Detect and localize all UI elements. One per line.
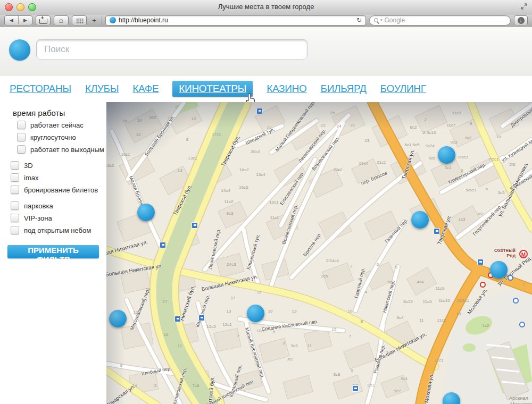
house-number: 6	[377, 262, 379, 267]
metro-station-label: ОхотныйРяд	[494, 248, 516, 258]
house-number: 11	[231, 296, 235, 300]
reload-icon[interactable]: ↻	[356, 16, 362, 24]
map-pin-0[interactable]	[137, 204, 155, 221]
fullscreen-icon[interactable]	[520, 3, 528, 10]
house-number: 6	[486, 187, 488, 191]
downloads-button[interactable]: ↓	[514, 15, 528, 26]
house-number: 5	[351, 368, 353, 373]
nav-tab-4[interactable]: КАЗИНО	[267, 83, 306, 95]
browser-toolbar: ◀ ▶ ⌂ + http://bluepoint.ru ↻ ▾ Google ↓	[0, 14, 532, 27]
house-number: 15	[332, 327, 337, 332]
map-canvas[interactable]: Большая Бронная ул.Малая БроннаяТверской…	[106, 102, 532, 404]
site-logo[interactable]	[9, 39, 30, 61]
map-pin-4[interactable]	[109, 310, 127, 327]
house-number: 11с5	[423, 299, 432, 304]
house-number: 9	[120, 363, 122, 368]
url-field[interactable]: http://bluepoint.ru ↻	[105, 15, 366, 26]
apply-filter-button[interactable]: ПРИМЕНИТЬ ФИЛЬТР	[7, 245, 99, 258]
checkbox[interactable]	[17, 145, 26, 154]
forward-icon[interactable]: ▶	[19, 16, 32, 24]
house-number: 2/14с4	[326, 258, 339, 263]
checkbox[interactable]	[11, 201, 19, 210]
house-number: 3с8	[334, 372, 340, 377]
bus-stop-icon	[434, 228, 440, 234]
filter-option-2-2[interactable]: под открытым небом	[11, 226, 106, 234]
grid-icon	[76, 18, 84, 23]
back-icon[interactable]: ◀	[5, 16, 19, 24]
filter-option-1-2[interactable]: бронирование билетов	[11, 186, 106, 194]
chevron-down-icon[interactable]: ▾	[380, 18, 383, 22]
filter-option-0-1[interactable]: круглосуточно	[17, 133, 106, 141]
nav-tab-6[interactable]: БОУЛИНГ	[380, 83, 426, 95]
home-button[interactable]: ⌂	[54, 15, 69, 26]
house-number: 11с1	[435, 358, 444, 363]
house-number: 14	[137, 118, 142, 123]
filter-option-1-1[interactable]: imax	[11, 173, 106, 182]
house-number: 10с1	[121, 152, 130, 157]
checkbox[interactable]	[11, 173, 19, 182]
nav-tab-5[interactable]: БИЛЬЯРД	[321, 83, 367, 95]
house-number: 4с4	[417, 280, 424, 284]
zoom-window-button[interactable]	[28, 3, 36, 11]
house-number: 15	[257, 290, 262, 294]
transit-stop-icon	[513, 298, 519, 304]
house-number: 2-4с15	[423, 130, 436, 135]
nav-tab-3[interactable]: КИНОТЕАТРЫ	[172, 81, 253, 97]
filter-option-0-0[interactable]: работает сейчас	[17, 121, 106, 129]
site-search-input[interactable]	[36, 39, 307, 60]
house-number: 16	[123, 119, 128, 123]
house-number: 20с2	[251, 149, 260, 154]
checkbox[interactable]	[17, 133, 26, 141]
house-number: 2с5	[321, 274, 328, 279]
checkbox[interactable]	[11, 161, 19, 170]
nav-tab-2[interactable]: КАФЕ	[132, 83, 159, 95]
filter-group-2: парковкаVIP-зонапод открытым небом	[0, 201, 106, 234]
house-number: 7/5с3	[458, 155, 468, 159]
nav-tab-0[interactable]: РЕСТОРАНЫ	[10, 83, 71, 95]
filter-option-1-0[interactable]: 3D	[11, 161, 106, 170]
checkbox[interactable]	[11, 186, 19, 194]
add-bookmark-button[interactable]	[36, 15, 51, 26]
house-number: 13с1	[188, 156, 197, 161]
house-number: 3с2	[477, 212, 484, 216]
bus-stop-icon	[256, 108, 263, 114]
filter-option-2-1[interactable]: VIP-зона	[11, 214, 106, 222]
filter-option-label: под открытым небом	[24, 226, 91, 234]
minimize-window-button[interactable]	[16, 3, 24, 11]
new-tab-button[interactable]: +	[90, 16, 98, 25]
house-number: 3с1	[445, 165, 452, 170]
bus-stop-icon	[174, 316, 181, 322]
metro-icon: М	[519, 250, 528, 258]
map-pin-3[interactable]	[490, 261, 508, 279]
nav-tab-1[interactable]: КЛУБЫ	[85, 83, 119, 95]
browser-search-field[interactable]: ▾ Google	[369, 15, 511, 26]
house-number: 16с5	[239, 185, 248, 190]
filter-option-label: бронирование билетов	[24, 186, 98, 194]
filter-option-label: imax	[24, 174, 38, 182]
add-bookmark-icon	[39, 19, 47, 24]
window-title: Лучшие места в твоем городе	[0, 0, 532, 13]
bus-stop-icon	[192, 222, 198, 229]
map-pin-2[interactable]	[411, 211, 429, 229]
checkbox[interactable]	[11, 226, 19, 234]
house-number: 17	[163, 299, 168, 304]
map-pin-1[interactable]	[438, 146, 455, 164]
house-number: 15с4	[256, 172, 265, 177]
house-number: 7с8	[193, 383, 200, 388]
filter-option-0-2[interactable]: работает по выходным	[17, 145, 106, 154]
search-icon	[374, 18, 378, 22]
house-number: 9	[470, 121, 472, 126]
filter-group-title: время работы	[13, 108, 106, 117]
close-window-button[interactable]	[5, 3, 13, 11]
top-sites-button[interactable]	[72, 15, 87, 26]
url-text[interactable]: http://bluepoint.ru	[119, 16, 354, 24]
filter-option-2-0[interactable]: парковка	[11, 201, 106, 210]
house-number: 11с1	[270, 215, 279, 220]
site-header	[0, 27, 532, 75]
checkbox[interactable]	[11, 214, 19, 222]
map-pin-5[interactable]	[247, 305, 264, 322]
filter-group-1: 3Dimaxбронирование билетов	[0, 161, 106, 194]
house-number: 3с2	[287, 357, 294, 361]
checkbox[interactable]	[17, 121, 26, 129]
house-number: 18с2	[239, 167, 248, 172]
